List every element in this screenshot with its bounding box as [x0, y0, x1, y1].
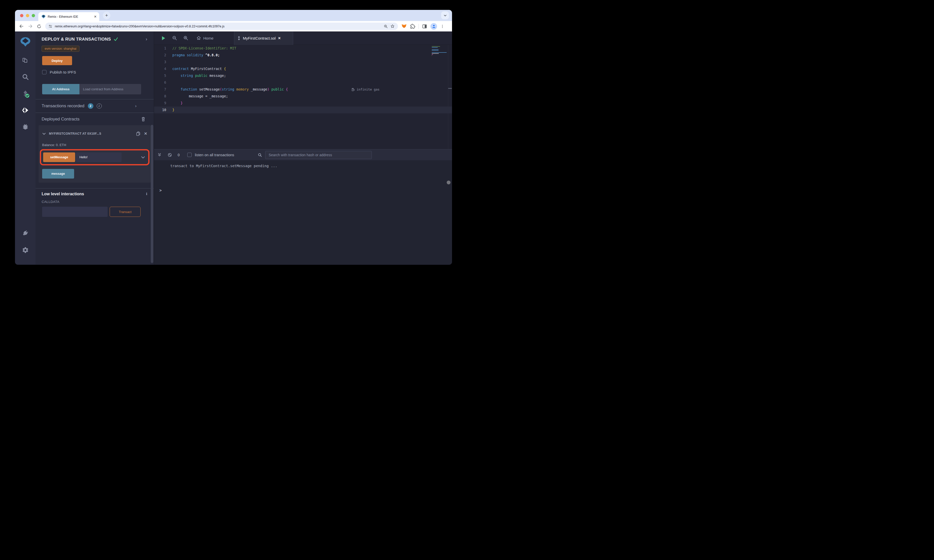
publish-ipfs-checkbox[interactable]	[42, 70, 46, 74]
transactions-count-badge: 2	[88, 103, 93, 109]
remove-contract-icon[interactable]: ✕	[144, 131, 147, 136]
contract-instance-title[interactable]: MYFIRSTCONTRACT AT 0X10F...5	[49, 132, 133, 135]
message-button[interactable]: message	[42, 169, 74, 178]
code-line[interactable]: 6	[154, 79, 452, 86]
code-line[interactable]: 5 string public message;	[154, 72, 452, 79]
solidity-compiler-icon[interactable]	[15, 90, 35, 98]
line-number: 6	[154, 79, 172, 86]
back-button[interactable]	[18, 24, 24, 29]
code-line[interactable]: 1// SPDX-License-Identifier: MIT	[154, 45, 452, 52]
code-line[interactable]: 2pragma solidity ^0.8.0;	[154, 52, 452, 58]
back-arrow-icon	[19, 24, 24, 29]
remix-favicon	[42, 14, 46, 19]
browser-menu-icon[interactable]	[440, 25, 444, 28]
contract-balance: Balance: 0. ETH	[42, 143, 147, 147]
activity-bar	[15, 31, 35, 265]
browser-tab[interactable]: Remix - Ethereum IDE ✕	[39, 12, 99, 21]
transactions-recorded-label: Transactions recorded	[42, 103, 85, 109]
tab-home[interactable]: Home	[196, 36, 213, 40]
transactions-expand-icon[interactable]: ›	[135, 103, 137, 109]
overview-ruler-mark	[448, 88, 452, 89]
minimize-window-button[interactable]	[26, 14, 29, 17]
listen-all-label: listen on all transactions	[195, 153, 234, 157]
plugin-manager-icon[interactable]	[15, 229, 35, 237]
code-line[interactable]: 10}	[154, 106, 452, 113]
site-settings-icon[interactable]	[48, 25, 52, 28]
deployed-contracts-header: Deployed Contracts	[42, 117, 79, 122]
metamask-icon[interactable]	[401, 24, 407, 29]
annotation-highlight-box: setMessage	[40, 149, 150, 165]
toolbar-extensions	[401, 23, 444, 30]
tab-title: Remix - Ethereum IDE	[48, 15, 92, 18]
clear-console-icon[interactable]	[168, 153, 172, 157]
low-level-info-icon[interactable]: i	[146, 192, 147, 196]
code-line[interactable]: 9 }	[154, 100, 452, 106]
pending-tx-count: 0	[178, 153, 180, 157]
close-window-button[interactable]	[20, 14, 23, 17]
reload-button[interactable]	[36, 24, 42, 29]
code-editor[interactable]: 1// SPDX-License-Identifier: MIT2pragma …	[154, 45, 452, 149]
minimap[interactable]	[432, 46, 447, 56]
code-line[interactable]: 8 message = _message;	[154, 93, 452, 100]
file-tab-label: MyFirstContract.sol	[243, 36, 276, 40]
file-explorer-icon[interactable]	[15, 56, 35, 64]
debugger-icon[interactable]	[15, 123, 35, 130]
home-icon	[196, 36, 201, 40]
deploy-button[interactable]: Deploy	[42, 56, 72, 65]
expand-terminal-icon[interactable]	[157, 153, 162, 157]
address-bar[interactable]: remix.ethereum.org/#lang=en&optimize=fal…	[45, 23, 398, 30]
tab-search-button[interactable]	[441, 11, 449, 19]
side-panel-icon[interactable]	[422, 24, 427, 29]
at-address-button[interactable]: At Address	[42, 84, 79, 94]
line-number: 5	[154, 72, 172, 79]
code-line[interactable]: 7 function setMessage(string memory _mes…	[154, 86, 452, 93]
calldata-input[interactable]	[42, 207, 108, 217]
clear-deployed-trash-icon[interactable]	[141, 116, 146, 122]
gas-pump-icon	[351, 88, 355, 91]
code-line[interactable]: 4contract MyFirstContract {	[154, 65, 452, 72]
editor-scrollbar[interactable]	[448, 45, 452, 149]
screenshot-stage: Remix - Ethereum IDE ✕ + re	[0, 0, 467, 280]
url-text[interactable]: remix.ethereum.org/#lang=en&optimize=fal…	[55, 25, 381, 28]
at-address-input[interactable]	[79, 84, 141, 94]
terminal-scroll-dot[interactable]	[447, 181, 450, 185]
close-file-tab-icon[interactable]: ✕	[278, 36, 281, 40]
tab-myfirstcontract[interactable]: MyFirstContract.sol ✕	[234, 31, 293, 45]
settings-gear-icon[interactable]	[15, 246, 35, 254]
terminal-prompt: >	[159, 188, 162, 193]
setmessage-input[interactable]	[76, 152, 122, 162]
expand-params-chevron-icon[interactable]	[141, 155, 145, 160]
remix-logo-icon[interactable]	[15, 37, 35, 48]
zoom-out-icon[interactable]	[172, 35, 177, 41]
browser-window: Remix - Ethereum IDE ✕ + re	[15, 10, 452, 265]
setmessage-button[interactable]: setMessage	[43, 152, 75, 162]
low-level-title: Low level interactions	[42, 192, 84, 196]
panel-scrollbar[interactable]	[151, 125, 153, 263]
code-lines: 1// SPDX-License-Identifier: MIT2pragma …	[154, 45, 452, 113]
extensions-icon[interactable]	[410, 24, 415, 29]
deploy-and-run-icon[interactable]	[15, 106, 35, 115]
transactions-info-icon[interactable]: i	[97, 103, 102, 109]
listen-all-checkbox[interactable]	[187, 153, 192, 157]
terminal-toolbar: 0 listen on all transactions	[154, 149, 452, 160]
terminal-output[interactable]: transact to MyFirstContract.setMessage p…	[154, 160, 452, 265]
zoom-window-button[interactable]	[32, 14, 35, 17]
line-number: 4	[154, 65, 172, 72]
run-script-icon[interactable]	[161, 35, 166, 41]
publish-ipfs-label: Publish to IPFS	[50, 70, 76, 74]
forward-button[interactable]	[28, 24, 33, 29]
new-tab-button[interactable]: +	[103, 12, 110, 19]
profile-avatar[interactable]	[430, 23, 437, 30]
terminal-search-input[interactable]	[265, 151, 372, 159]
code-line[interactable]: 3	[154, 58, 452, 65]
copy-address-icon[interactable]	[136, 131, 141, 137]
line-number: 1	[154, 45, 172, 52]
transact-button[interactable]: Transact	[109, 207, 140, 217]
zoom-page-icon[interactable]	[384, 25, 388, 28]
search-icon[interactable]	[15, 73, 35, 81]
contract-collapse-icon[interactable]	[42, 132, 46, 136]
zoom-in-icon[interactable]	[183, 35, 188, 41]
tab-close-icon[interactable]: ✕	[94, 15, 97, 18]
panel-expand-icon[interactable]: ›	[146, 37, 147, 42]
bookmark-star-icon[interactable]	[390, 24, 395, 28]
